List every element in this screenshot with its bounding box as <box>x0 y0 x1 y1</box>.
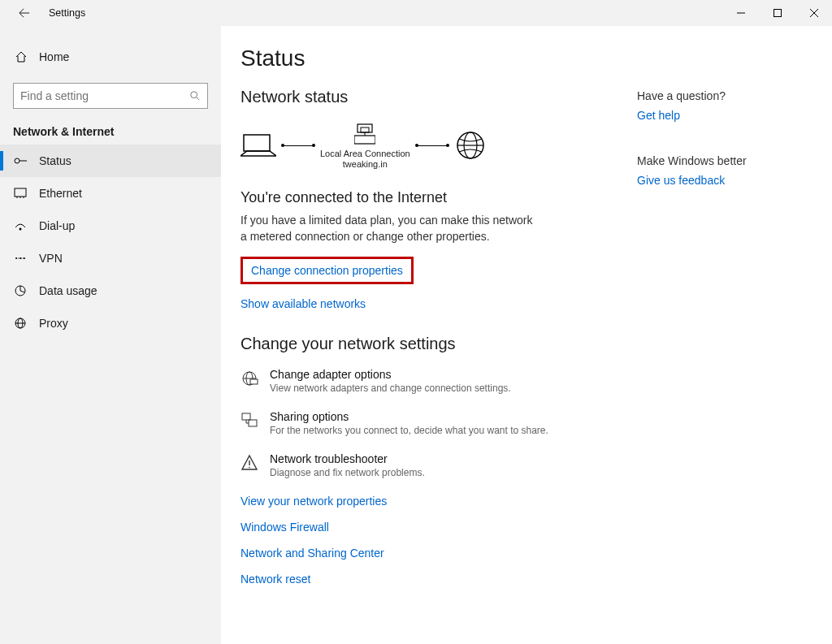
proxy-icon <box>13 317 28 330</box>
svg-rect-7 <box>15 188 26 197</box>
close-button[interactable] <box>795 0 832 26</box>
svg-point-4 <box>191 92 197 98</box>
dialup-icon <box>13 219 28 232</box>
sidebar: Home Network & Internet Status Ethernet <box>0 26 221 644</box>
setting-title: Network troubleshooter <box>270 452 425 465</box>
question-title: Have a question? <box>637 89 800 102</box>
setting-troubleshooter[interactable]: Network troubleshooter Diagnose and fix … <box>240 452 604 478</box>
svg-rect-21 <box>358 124 372 132</box>
improve-title: Make Windows better <box>637 154 800 167</box>
sidebar-item-dialup[interactable]: Dial-up <box>0 210 221 242</box>
sharing-icon <box>240 412 258 430</box>
back-button[interactable] <box>15 3 34 23</box>
aside-panel: Have a question? Get help Make Windows b… <box>637 45 800 644</box>
maximize-button[interactable] <box>759 0 795 26</box>
minimize-icon <box>737 9 745 17</box>
svg-rect-1 <box>774 10 781 17</box>
setting-title: Change adapter options <box>270 368 511 381</box>
page-title: Status <box>240 45 604 71</box>
adapter-icon <box>240 370 258 387</box>
connection-line-icon <box>283 145 314 146</box>
svg-rect-20 <box>244 135 270 151</box>
search-input[interactable] <box>20 89 189 102</box>
sidebar-item-status[interactable]: Status <box>0 145 221 177</box>
search-box[interactable] <box>13 83 208 109</box>
change-settings-heading: Change your network settings <box>240 335 604 353</box>
setting-adapter-options[interactable]: Change adapter options View network adap… <box>240 368 604 394</box>
sidebar-item-datausage[interactable]: Data usage <box>0 274 221 307</box>
window-title: Settings <box>49 7 85 19</box>
svg-rect-31 <box>250 379 258 384</box>
svg-rect-22 <box>361 128 369 132</box>
sidebar-item-label: Ethernet <box>39 187 82 200</box>
svg-point-35 <box>249 466 250 468</box>
svg-rect-33 <box>249 420 257 426</box>
troubleshoot-icon <box>240 454 258 472</box>
titlebar: Settings <box>0 0 832 26</box>
datausage-icon <box>13 284 28 297</box>
feedback-link[interactable]: Give us feedback <box>637 174 725 187</box>
sidebar-item-proxy[interactable]: Proxy <box>0 307 221 339</box>
get-help-link[interactable]: Get help <box>637 109 680 122</box>
show-available-networks-link[interactable]: Show available networks <box>240 297 366 310</box>
connected-description: If you have a limited data plan, you can… <box>240 213 533 244</box>
network-sharing-center-link[interactable]: Network and Sharing Center <box>240 547 604 560</box>
main-content: Status Network status Local Area Connect… <box>221 26 832 644</box>
sidebar-item-label: VPN <box>39 252 63 265</box>
ethernet-icon <box>13 187 28 200</box>
network-diagram: Local Area Connection tweaking.in <box>240 121 604 170</box>
home-icon <box>15 50 28 63</box>
vpn-icon <box>13 252 28 265</box>
network-reset-link[interactable]: Network reset <box>240 573 604 586</box>
home-button[interactable]: Home <box>0 41 221 73</box>
setting-desc: For the networks you connect to, decide … <box>270 425 548 436</box>
arrow-left-icon <box>19 7 30 19</box>
change-connection-properties-link[interactable]: Change connection properties <box>251 264 403 277</box>
svg-point-6 <box>15 158 20 163</box>
sidebar-item-label: Proxy <box>39 317 68 330</box>
globe-icon <box>454 129 487 162</box>
view-network-properties-link[interactable]: View your network properties <box>240 495 604 508</box>
svg-rect-23 <box>354 136 375 144</box>
computer-icon <box>240 130 276 161</box>
setting-sharing-options[interactable]: Sharing options For the networks you con… <box>240 410 604 436</box>
setting-title: Sharing options <box>270 410 548 423</box>
sidebar-item-label: Status <box>39 154 72 167</box>
minimize-button[interactable] <box>722 0 759 26</box>
close-icon <box>810 9 818 17</box>
connected-heading: You're connected to the Internet <box>240 189 604 206</box>
svg-point-11 <box>20 228 22 231</box>
connection-line-icon <box>417 145 448 146</box>
links-list: View your network properties Windows Fir… <box>240 495 604 586</box>
setting-desc: Diagnose and fix network problems. <box>270 467 425 478</box>
setting-desc: View network adapters and change connect… <box>270 383 511 394</box>
sidebar-item-label: Data usage <box>39 284 98 297</box>
svg-line-5 <box>197 97 200 101</box>
sidebar-item-vpn[interactable]: VPN <box>0 242 221 274</box>
window-buttons <box>722 0 832 26</box>
section-label: Network & Internet <box>0 125 221 145</box>
svg-rect-32 <box>242 413 250 420</box>
connection-name: Local Area Connection tweaking.in <box>320 149 410 170</box>
maximize-icon <box>774 9 782 17</box>
sidebar-item-label: Dial-up <box>39 219 75 232</box>
status-icon <box>13 154 28 167</box>
windows-firewall-link[interactable]: Windows Firewall <box>240 521 604 534</box>
router-icon <box>354 121 375 147</box>
search-icon <box>189 90 201 102</box>
sidebar-item-ethernet[interactable]: Ethernet <box>0 177 221 210</box>
highlight-box: Change connection properties <box>240 257 414 284</box>
network-status-heading: Network status <box>240 88 604 106</box>
home-label: Home <box>39 50 69 63</box>
